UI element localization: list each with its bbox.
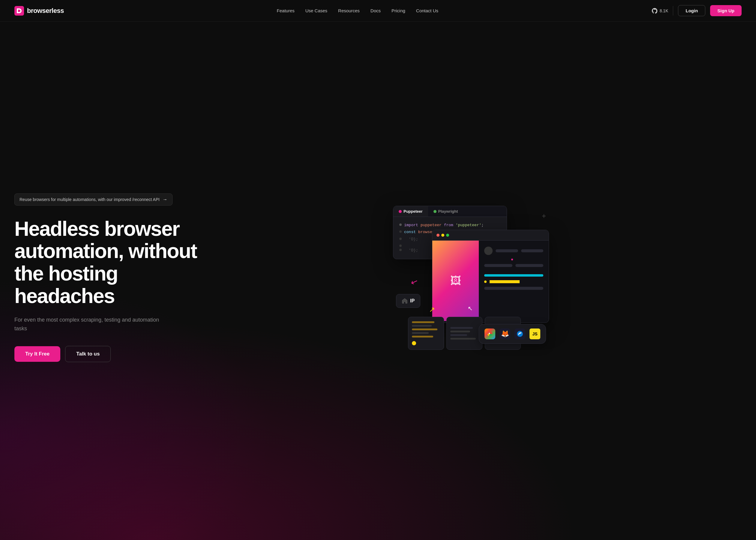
- test-panel-lines-1: [408, 317, 444, 349]
- kw-from: from: [444, 223, 453, 227]
- kw-const: const: [404, 230, 416, 234]
- edge-logo-icon: [517, 331, 523, 337]
- ui-bar-cyan: [484, 274, 543, 277]
- cursor-icon: ↖: [468, 305, 473, 312]
- talk-to-us-button[interactable]: Talk to us: [65, 346, 111, 362]
- hero-banner[interactable]: Reuse browsers for multiple automations,…: [14, 194, 173, 205]
- nav-divider: [673, 6, 673, 16]
- arrow-pink-icon: ↙: [410, 276, 420, 288]
- try-it-free-button[interactable]: Try It Free: [14, 346, 60, 362]
- hero-subtitle: For even the most complex scraping, test…: [14, 316, 165, 333]
- ui-dot-1: [484, 247, 493, 255]
- signup-button[interactable]: Sign Up: [710, 5, 742, 16]
- tab-playwright-label: Playwright: [438, 209, 458, 213]
- ip-badge: IP: [396, 294, 420, 308]
- ip-house-icon: [402, 298, 408, 304]
- ui-right-area: [479, 241, 549, 321]
- ui-panel-content: 🖼 ↖: [432, 241, 549, 321]
- test-panel-1: [408, 317, 444, 350]
- svg-rect-0: [14, 6, 24, 16]
- js-icon: JS: [530, 329, 540, 339]
- navbar: browserless Features Use Cases Resources…: [0, 0, 756, 22]
- plus-icon: +: [542, 212, 546, 220]
- hero-left: Reuse browsers for multiple automations,…: [14, 194, 200, 362]
- github-stars: 8.1K: [660, 8, 669, 13]
- firefox-emoji-icon: 🦊: [501, 330, 509, 338]
- brand-logo-icon: [14, 6, 24, 16]
- brand-name: browserless: [27, 7, 64, 15]
- ui-bar-1: [496, 249, 518, 252]
- ui-yellow-dot: [484, 281, 487, 283]
- ui-row-6: [484, 280, 543, 283]
- nav-pricing[interactable]: Pricing: [392, 8, 405, 13]
- nav-docs[interactable]: Docs: [370, 8, 381, 13]
- ip-badge-text: IP: [410, 298, 415, 304]
- firefox-icon: 🦊: [499, 329, 510, 339]
- code-str: 'puppeteer': [456, 223, 481, 227]
- hero-illustration: Puppeteer Playwright import puppeteer fr…: [200, 203, 742, 353]
- js-label: JS: [532, 332, 537, 336]
- github-icon: [651, 8, 658, 14]
- chrome-logo-icon: [487, 331, 493, 337]
- nav-resources[interactable]: Resources: [338, 8, 360, 13]
- hero-cta: Try It Free Talk to us: [14, 346, 200, 362]
- image-placeholder-icon: 🖼: [450, 275, 461, 287]
- edge-icon: [515, 329, 525, 339]
- login-button[interactable]: Login: [678, 5, 705, 16]
- playwright-dot: [434, 210, 437, 213]
- ui-row-5: [484, 274, 543, 277]
- nav-features[interactable]: Features: [277, 8, 295, 13]
- test-line-1d: [412, 332, 429, 334]
- code-tabs: Puppeteer Playwright: [393, 206, 507, 217]
- ui-pink-dot: [511, 259, 513, 260]
- brand-logo[interactable]: browserless: [14, 6, 64, 16]
- tab-puppeteer[interactable]: Puppeteer: [393, 206, 428, 216]
- ui-bar-3: [484, 264, 512, 267]
- test-line-2c: [450, 334, 467, 336]
- line-dot-1: [399, 223, 402, 226]
- banner-arrow-icon: →: [163, 197, 168, 202]
- test-line-2b: [450, 331, 470, 333]
- github-badge[interactable]: 8.1K: [651, 8, 669, 14]
- hero-title: Headless browser automation, without the…: [14, 217, 200, 307]
- line-dot-2: [399, 230, 402, 233]
- nav-links: Features Use Cases Resources Docs Pricin…: [277, 8, 439, 14]
- kw-import: import: [404, 223, 418, 227]
- titlebar-dot-yellow: [441, 234, 444, 237]
- test-line-1c: [412, 329, 438, 330]
- browser-icons-panel: 🦊 JS: [479, 324, 546, 344]
- hero-section: Reuse browsers for multiple automations,…: [0, 22, 756, 540]
- nav-contact[interactable]: Contact Us: [416, 8, 438, 13]
- svg-point-2: [517, 331, 523, 337]
- ui-bar-4: [515, 264, 544, 267]
- nav-actions: 8.1K Login Sign Up: [651, 5, 742, 16]
- nav-use-cases[interactable]: Use Cases: [306, 8, 327, 13]
- arrow-yellow-icon: ↗: [429, 305, 435, 314]
- puppeteer-dot: [399, 210, 402, 213]
- hero-banner-text: Reuse browsers for multiple automations,…: [20, 197, 160, 202]
- test-line-1b: [412, 325, 432, 327]
- tab-puppeteer-label: Puppeteer: [404, 209, 423, 213]
- test-panel-lines-2: [447, 317, 482, 349]
- code-line-1: import puppeteer from 'puppeteer';: [399, 222, 501, 228]
- line-dot-4: [399, 244, 402, 247]
- tab-playwright[interactable]: Playwright: [428, 206, 463, 216]
- ui-mockup-panel: 🖼 ↖: [432, 230, 549, 323]
- line-dot-5: [399, 249, 402, 251]
- ui-bar-2: [521, 249, 544, 252]
- titlebar-dot-green: [446, 234, 449, 237]
- test-panel-2: [446, 317, 482, 350]
- test-line-2a: [450, 327, 473, 329]
- test-line-2d: [450, 338, 476, 339]
- ui-image-area: 🖼 ↖: [432, 241, 479, 321]
- yellow-dot-panel: [412, 341, 416, 345]
- ui-row-2: [484, 259, 543, 260]
- illustration-container: Puppeteer Playwright import puppeteer fr…: [393, 206, 549, 350]
- ui-row-3: [484, 264, 543, 267]
- chrome-icon: [484, 329, 495, 339]
- ui-titlebar: [432, 230, 549, 241]
- test-line-1e: [412, 336, 433, 338]
- code-line-text-3: 'D};: [404, 236, 418, 243]
- code-line-text-5: 'D};: [404, 247, 418, 254]
- ui-row-1: [484, 247, 543, 255]
